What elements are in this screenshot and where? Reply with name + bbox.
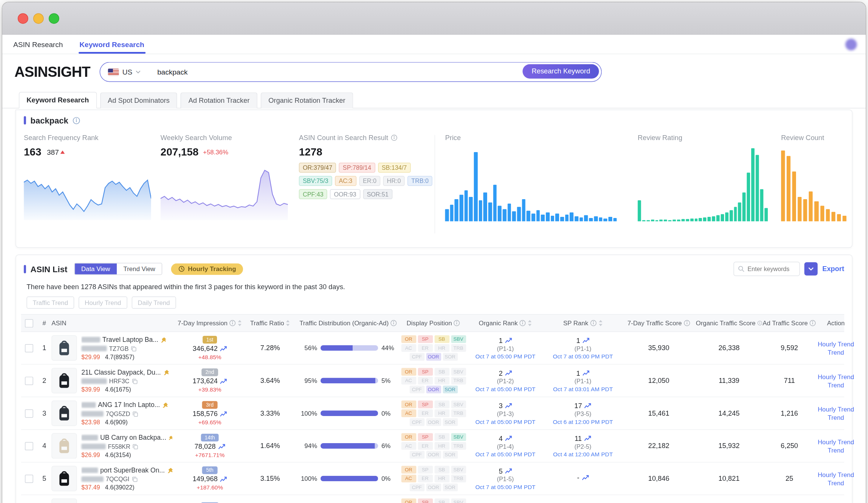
- pin-icon[interactable]: [167, 467, 173, 473]
- copy-icon[interactable]: [132, 411, 138, 417]
- column-label: 7-Day Impression: [178, 320, 228, 326]
- trend-view-button[interactable]: Trend View: [117, 263, 162, 274]
- trend-chart-icon[interactable]: [584, 435, 591, 441]
- tab-ad-rotation-tracker[interactable]: Ad Rotation Tracker: [181, 92, 257, 108]
- nav-tab-keyword-research[interactable]: Keyword Research: [79, 40, 144, 49]
- trend-link[interactable]: Trend: [828, 381, 844, 388]
- nav-tab-asin-research[interactable]: ASIN Research: [13, 40, 63, 49]
- research-keyword-button[interactable]: Research Keyword: [523, 64, 599, 78]
- daily-trend-button[interactable]: Daily Trend: [131, 297, 176, 309]
- hourly-trend-link[interactable]: Hourly Trend: [818, 406, 854, 413]
- sp-rank-date[interactable]: Oct 4 at 12:00 AM PDT: [553, 451, 613, 457]
- row-checkbox[interactable]: [25, 474, 33, 483]
- trend-chart-icon[interactable]: [505, 403, 512, 409]
- column-header[interactable]: SP Rank: [544, 320, 622, 326]
- copy-icon[interactable]: [131, 346, 137, 352]
- pin-icon[interactable]: [168, 434, 173, 441]
- product-image[interactable]: [52, 401, 77, 426]
- pin-icon[interactable]: [163, 369, 169, 375]
- asin-count-badge-oor: OOR:93: [330, 189, 360, 199]
- sort-icon[interactable]: [286, 320, 290, 326]
- position-badge-ac: AC: [401, 475, 416, 483]
- close-button[interactable]: [18, 13, 28, 24]
- hourly-tracking-button[interactable]: Hourly Tracking: [171, 263, 243, 275]
- organic-rank-date[interactable]: Oct 7 at 05:00 PM PDT: [475, 451, 535, 457]
- select-all-checkbox[interactable]: [25, 319, 33, 327]
- sp-rank-date[interactable]: Oct 6 at 12:00 PM PDT: [553, 418, 613, 425]
- data-view-button[interactable]: Data View: [75, 263, 117, 274]
- trend-chart-icon[interactable]: [220, 378, 227, 384]
- traffic-trend-button[interactable]: Traffic Trend: [27, 297, 74, 309]
- tab-organic-rotation-tracker[interactable]: Organic Rotation Tracker: [261, 92, 353, 108]
- trend-chart-icon[interactable]: [220, 476, 227, 482]
- product-title[interactable]: UB Carry on Backpa...: [100, 434, 166, 442]
- trend-chart-icon[interactable]: [220, 346, 227, 352]
- trend-chart-icon[interactable]: [505, 337, 512, 343]
- trend-chart-icon[interactable]: [582, 475, 589, 481]
- trend-chart-icon[interactable]: [505, 468, 512, 474]
- sp-rank-date[interactable]: Oct 7 at 05:00 PM PDT: [553, 353, 613, 360]
- product-title[interactable]: Travel Laptop Ba...: [102, 336, 158, 344]
- row-checkbox[interactable]: [25, 344, 33, 352]
- trend-link[interactable]: Trend: [828, 349, 844, 355]
- organic-rank-date[interactable]: Oct 7 at 05:00 PM PDT: [475, 385, 535, 392]
- row-checkbox[interactable]: [25, 442, 33, 450]
- row-checkbox[interactable]: [25, 376, 33, 385]
- app-logo[interactable]: ASINSIGHT: [14, 63, 92, 81]
- product-title[interactable]: ANG 17 Inch Lapto...: [98, 401, 160, 409]
- hourly-trend-link[interactable]: Hourly Trend: [818, 438, 854, 445]
- trend-link[interactable]: Trend: [828, 447, 844, 454]
- user-avatar[interactable]: [845, 39, 857, 50]
- impression-delta: +187.60%: [197, 484, 223, 491]
- product-image[interactable]: [52, 335, 77, 361]
- pin-icon[interactable]: [160, 337, 167, 343]
- trend-chart-icon[interactable]: [584, 403, 591, 409]
- product-title[interactable]: 21L Classic Daypack, Du...: [81, 369, 161, 376]
- column-header[interactable]: Organic Rank: [467, 320, 544, 326]
- product-image[interactable]: [52, 466, 77, 491]
- keyword-info-icon[interactable]: [73, 116, 81, 124]
- position-badge-sb: SB: [434, 466, 449, 474]
- product-asin: 7QCQGI: [106, 476, 130, 483]
- trend-chart-icon[interactable]: [220, 411, 227, 417]
- product-image[interactable]: [52, 498, 77, 503]
- product-image[interactable]: [52, 433, 77, 459]
- sp-rank-date[interactable]: Oct 7 at 03:01 AM PDT: [553, 385, 613, 392]
- trend-chart-icon[interactable]: [582, 337, 590, 343]
- trend-chart-icon[interactable]: [582, 370, 590, 376]
- export-link[interactable]: Export: [822, 265, 844, 273]
- hourly-trend-button[interactable]: Hourly Trend: [79, 297, 127, 309]
- product-title[interactable]: port SuperBreak On...: [100, 466, 165, 474]
- minimize-button[interactable]: [33, 13, 44, 24]
- sort-icon[interactable]: [237, 320, 242, 326]
- trend-chart-icon[interactable]: [505, 435, 512, 441]
- tab-ad-spot-dominators[interactable]: Ad Spot Dominators: [100, 92, 177, 108]
- hourly-trend-link[interactable]: Hourly Trend: [818, 471, 854, 478]
- review-rating-block: Review Rating: [638, 134, 768, 233]
- trend-link[interactable]: Trend: [828, 479, 844, 486]
- trend-chart-icon[interactable]: [218, 444, 225, 450]
- organic-rank-date[interactable]: Oct 7 at 05:00 PM PDT: [475, 483, 535, 490]
- row-checkbox[interactable]: [25, 409, 33, 418]
- copy-icon[interactable]: [133, 444, 139, 450]
- product-image[interactable]: [52, 368, 77, 393]
- country-select[interactable]: US: [100, 68, 147, 76]
- info-icon[interactable]: [391, 134, 398, 141]
- copy-icon[interactable]: [131, 476, 138, 482]
- export-dropdown-button[interactable]: [805, 262, 818, 275]
- column-header[interactable]: Traffic Ratio: [244, 320, 296, 326]
- trend-link[interactable]: Trend: [828, 414, 844, 421]
- hourly-trend-link[interactable]: Hourly Trend: [818, 340, 854, 347]
- organic-rank-date[interactable]: Oct 7 at 05:00 PM PDT: [475, 353, 535, 360]
- organic-rank-date[interactable]: Oct 7 at 05:00 PM PDT: [475, 418, 535, 425]
- copy-icon[interactable]: [131, 378, 138, 384]
- sort-icon[interactable]: [528, 320, 532, 326]
- pin-icon[interactable]: [162, 402, 168, 408]
- column-header[interactable]: 7-Day Impression: [176, 320, 244, 326]
- price-distribution-block: Price: [445, 134, 617, 233]
- zoom-button[interactable]: [49, 13, 59, 24]
- sort-icon[interactable]: [598, 320, 603, 326]
- tab-keyword-research[interactable]: Keyword Research: [19, 92, 97, 108]
- trend-chart-icon[interactable]: [505, 370, 512, 376]
- hourly-trend-link[interactable]: Hourly Trend: [818, 373, 854, 380]
